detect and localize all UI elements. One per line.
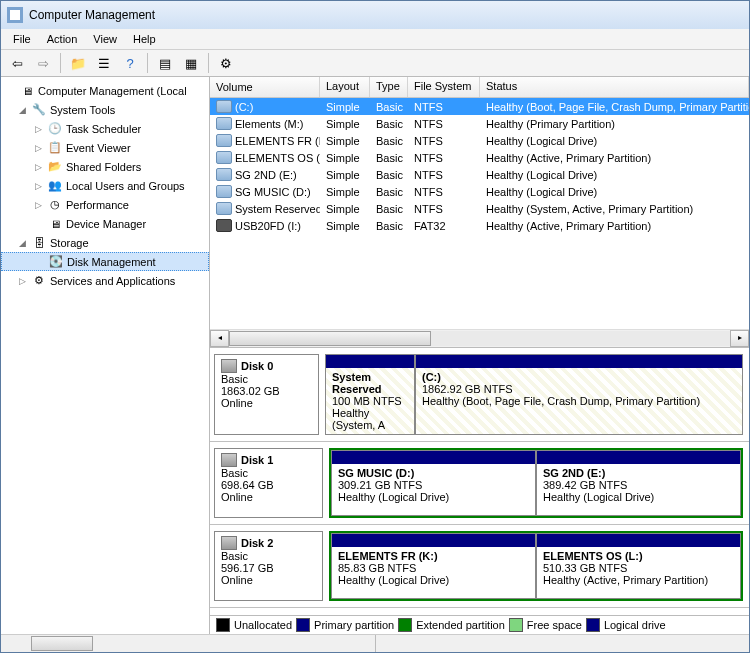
volume-row[interactable]: USB20FD (I:)SimpleBasicFAT32Healthy (Act… <box>210 217 749 234</box>
forward-button[interactable]: ⇨ <box>31 51 55 75</box>
expand-icon[interactable]: ▷ <box>33 124 44 134</box>
view-top-button[interactable]: ▤ <box>153 51 177 75</box>
gear-icon: ⚙ <box>220 56 232 71</box>
volume-row[interactable]: SG MUSIC (D:)SimpleBasicNTFSHealthy (Log… <box>210 183 749 200</box>
separator <box>208 53 209 73</box>
disk-icon <box>221 453 237 467</box>
settings-button[interactable]: ⚙ <box>214 51 238 75</box>
partition-size: 85.83 GB NTFS <box>338 562 529 574</box>
tree-services[interactable]: ▷⚙Services and Applications <box>1 271 209 290</box>
tree-root[interactable]: 🖥Computer Management (Local <box>1 81 209 100</box>
horizontal-scrollbar[interactable]: ◂ ▸ <box>210 329 749 347</box>
scroll-thumb[interactable] <box>229 331 431 346</box>
expand-icon[interactable]: ▷ <box>33 181 44 191</box>
disk-info[interactable]: Disk 0Basic1863.02 GBOnline <box>214 354 319 435</box>
volume-row[interactable]: SG 2ND (E:)SimpleBasicNTFSHealthy (Logic… <box>210 166 749 183</box>
tree-panel[interactable]: 🖥Computer Management (Local ◢🔧System Too… <box>1 77 210 634</box>
tree-system-tools[interactable]: ◢🔧System Tools <box>1 100 209 119</box>
expand-icon[interactable]: ▷ <box>33 200 44 210</box>
volume-status: Healthy (Active, Primary Partition) <box>480 219 749 233</box>
disk-graphical-view[interactable]: Disk 0Basic1863.02 GBOnlineSystem Reserv… <box>210 348 749 615</box>
volume-fs: NTFS <box>408 117 480 131</box>
titlebar[interactable]: Computer Management <box>1 1 749 29</box>
col-volume[interactable]: Volume <box>210 77 320 97</box>
tree-scrollbar[interactable] <box>1 634 749 652</box>
volume-row[interactable]: Elements (M:)SimpleBasicNTFSHealthy (Pri… <box>210 115 749 132</box>
disk-type: Basic <box>221 467 316 479</box>
partition[interactable]: (C:)1862.92 GB NTFSHealthy (Boot, Page F… <box>415 354 743 435</box>
col-filesystem[interactable]: File System <box>408 77 480 97</box>
tree-shared-folders[interactable]: ▷📂Shared Folders <box>1 157 209 176</box>
col-layout[interactable]: Layout <box>320 77 370 97</box>
collapse-icon[interactable]: ◢ <box>17 238 28 248</box>
view-bottom-button[interactable]: ▦ <box>179 51 203 75</box>
volume-type: Basic <box>370 117 408 131</box>
tree-performance[interactable]: ▷◷Performance <box>1 195 209 214</box>
partition[interactable]: ELEMENTS FR (K:)85.83 GB NTFSHealthy (Lo… <box>331 533 536 599</box>
event-icon: 📋 <box>47 140 63 156</box>
volume-list-body[interactable]: (C:)SimpleBasicNTFSHealthy (Boot, Page F… <box>210 98 749 329</box>
volume-layout: Simple <box>320 134 370 148</box>
tree-local-users[interactable]: ▷👥Local Users and Groups <box>1 176 209 195</box>
volume-fs: NTFS <box>408 151 480 165</box>
disk-row[interactable]: Disk 1Basic698.64 GBOnlineSG MUSIC (D:)3… <box>210 442 749 525</box>
volume-row[interactable]: System ReservedSimpleBasicNTFSHealthy (S… <box>210 200 749 217</box>
partition-size: 100 MB NTFS <box>332 395 408 407</box>
legend-swatch-extended <box>398 618 412 632</box>
partition[interactable]: SG 2ND (E:)389.42 GB NTFSHealthy (Logica… <box>536 450 741 516</box>
extended-partition[interactable]: SG MUSIC (D:)309.21 GB NTFSHealthy (Logi… <box>329 448 743 518</box>
volume-row[interactable]: (C:)SimpleBasicNTFSHealthy (Boot, Page F… <box>210 98 749 115</box>
disk-row[interactable]: Disk 2Basic596.17 GBOnlineELEMENTS FR (K… <box>210 525 749 608</box>
volume-status: Healthy (System, Active, Primary Partiti… <box>480 202 749 216</box>
menu-help[interactable]: Help <box>125 31 164 47</box>
tree-disk-management[interactable]: 💽Disk Management <box>1 252 209 271</box>
disk-name: Disk 0 <box>241 360 273 372</box>
volume-list: Volume Layout Type File System Status (C… <box>210 77 749 348</box>
scroll-track[interactable] <box>229 331 730 346</box>
volume-icon <box>216 202 232 215</box>
help-icon: ? <box>126 56 133 71</box>
scroll-left-button[interactable]: ◂ <box>210 330 229 347</box>
menu-action[interactable]: Action <box>39 31 86 47</box>
partition-status: Healthy (System, A <box>332 407 408 431</box>
partition-size: 389.42 GB NTFS <box>543 479 734 491</box>
partition-colorbar <box>326 355 414 368</box>
services-icon: ⚙ <box>31 273 47 289</box>
partition[interactable]: System Reserved100 MB NTFSHealthy (Syste… <box>325 354 415 435</box>
legend: Unallocated Primary partition Extended p… <box>210 615 749 634</box>
volume-icon <box>216 117 232 130</box>
partition[interactable]: ELEMENTS OS (L:)510.33 GB NTFSHealthy (A… <box>536 533 741 599</box>
legend-swatch-free <box>509 618 523 632</box>
volume-row[interactable]: ELEMENTS FR (K:)SimpleBasicNTFSHealthy (… <box>210 132 749 149</box>
scroll-right-button[interactable]: ▸ <box>730 330 749 347</box>
expand-icon[interactable]: ▷ <box>33 143 44 153</box>
properties-button[interactable]: ☰ <box>92 51 116 75</box>
menu-file[interactable]: File <box>5 31 39 47</box>
tree-task-scheduler[interactable]: ▷🕒Task Scheduler <box>1 119 209 138</box>
volume-type: Basic <box>370 100 408 114</box>
up-button[interactable]: 📁 <box>66 51 90 75</box>
collapse-icon[interactable]: ◢ <box>17 105 28 115</box>
expand-icon[interactable]: ▷ <box>33 162 44 172</box>
back-button[interactable]: ⇦ <box>5 51 29 75</box>
volume-status: Healthy (Logical Drive) <box>480 185 749 199</box>
scroll-thumb[interactable] <box>31 636 93 651</box>
col-type[interactable]: Type <box>370 77 408 97</box>
disk-row[interactable]: Disk 0Basic1863.02 GBOnlineSystem Reserv… <box>210 348 749 442</box>
extended-partition[interactable]: ELEMENTS FR (K:)85.83 GB NTFSHealthy (Lo… <box>329 531 743 601</box>
col-status[interactable]: Status <box>480 77 749 97</box>
tree-device-manager[interactable]: 🖥Device Manager <box>1 214 209 233</box>
volume-name: ELEMENTS OS (L:) <box>235 152 320 164</box>
disk-state: Online <box>221 491 316 503</box>
help-button[interactable]: ? <box>118 51 142 75</box>
volume-row[interactable]: ELEMENTS OS (L:)SimpleBasicNTFSHealthy (… <box>210 149 749 166</box>
menu-view[interactable]: View <box>85 31 125 47</box>
partition[interactable]: SG MUSIC (D:)309.21 GB NTFSHealthy (Logi… <box>331 450 536 516</box>
volume-fs: NTFS <box>408 134 480 148</box>
partitions: SG MUSIC (D:)309.21 GB NTFSHealthy (Logi… <box>327 442 749 524</box>
expand-icon[interactable]: ▷ <box>17 276 28 286</box>
disk-info[interactable]: Disk 2Basic596.17 GBOnline <box>214 531 323 601</box>
disk-info[interactable]: Disk 1Basic698.64 GBOnline <box>214 448 323 518</box>
tree-event-viewer[interactable]: ▷📋Event Viewer <box>1 138 209 157</box>
tree-storage[interactable]: ◢🗄Storage <box>1 233 209 252</box>
